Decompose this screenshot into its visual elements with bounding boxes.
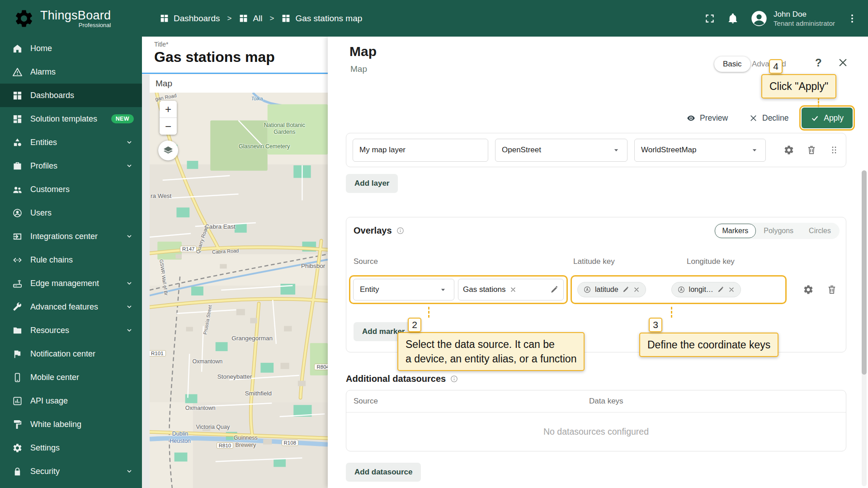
tab-circles[interactable]: Circles (801, 224, 839, 238)
notifications-button[interactable] (727, 13, 739, 24)
entity-alias-value: Gas stations (463, 285, 506, 294)
fullscreen-icon (704, 13, 716, 24)
map-provider-select[interactable]: OpenStreet (495, 139, 627, 162)
brand[interactable]: ThingsBoard Professional (0, 8, 142, 29)
sidebar-item-label: Alarms (30, 67, 56, 77)
marker-settings-icon[interactable] (803, 284, 814, 295)
user-menu[interactable]: John Doe Tenant administrator (750, 9, 835, 28)
edit-key-icon[interactable] (717, 286, 724, 293)
sidebar-item-resources[interactable]: Resources (0, 319, 142, 342)
mode-basic-toggle[interactable]: Basic (714, 56, 750, 72)
overlays-title: Overlays (354, 225, 392, 236)
additional-datasources-title: Additional datasources (346, 374, 446, 384)
source-type-select[interactable]: Entity (353, 279, 454, 300)
sidebar-item-alarms[interactable]: Alarms (0, 60, 142, 84)
map-layers-button[interactable] (158, 141, 178, 160)
thingsboard-logo-icon (14, 8, 34, 29)
source-highlight-box: Entity Gas stations (349, 275, 568, 304)
breadcrumb-separator: > (227, 14, 231, 23)
sidebar-item-notification-center[interactable]: Notification center (0, 342, 142, 366)
column-longitude-key: Longitude key (687, 257, 735, 266)
sidebar-item-integrations-center[interactable]: Integrations center (0, 225, 142, 248)
clear-entity-icon[interactable] (509, 286, 517, 293)
entity-alias-field[interactable]: Gas stations (458, 279, 564, 300)
dashboards-icon (160, 14, 169, 23)
chevron-down-icon (125, 279, 134, 288)
sidebar-item-label: Integrations center (30, 232, 98, 241)
sidebar-item-customers[interactable]: Customers (0, 178, 142, 201)
chevron-down-icon (125, 467, 134, 476)
sidebar-item-profiles[interactable]: Profiles (0, 154, 142, 178)
sidebar-item-label: White labeling (30, 420, 81, 429)
apply-label: Apply (824, 113, 844, 123)
zoom-out-button[interactable]: − (160, 118, 177, 135)
edit-entity-icon[interactable] (550, 285, 559, 294)
tab-markers[interactable]: Markers (715, 224, 756, 238)
sidebar-item-entities[interactable]: Entities (0, 131, 142, 154)
new-badge: NEW (111, 114, 134, 123)
user-role: Tenant administrator (774, 19, 835, 27)
callout-step-3-text: Define the coordinate keys (639, 333, 778, 357)
decline-button[interactable]: Decline (749, 108, 788, 128)
mobile-icon (12, 372, 23, 383)
breadcrumb-item-all[interactable]: All (239, 14, 262, 23)
sidebar-item-dashboards[interactable]: Dashboards (0, 84, 142, 107)
advanced-features-icon (12, 302, 23, 312)
sidebar-item-label: Customers (30, 185, 70, 194)
map-label-botanic-gardens: National Botanic Gardens (262, 122, 307, 136)
attribute-icon (677, 286, 685, 294)
sidebar-item-label: Profiles (30, 161, 57, 171)
dashboards-icon (12, 90, 23, 101)
layer-name-input[interactable]: My map layer (353, 139, 488, 162)
check-icon (811, 114, 819, 122)
close-panel-button[interactable] (837, 56, 849, 70)
sidebar-item-settings[interactable]: Settings (0, 436, 142, 460)
chevron-down-icon (750, 145, 759, 155)
chevron-down-icon (125, 232, 134, 241)
scrollbar-thumb[interactable] (862, 170, 867, 375)
sidebar-item-mobile-center[interactable]: Mobile center (0, 366, 142, 389)
add-datasource-button[interactable]: Add datasource (346, 463, 421, 482)
scrollbar-track[interactable] (862, 170, 867, 486)
tab-polygons[interactable]: Polygons (756, 224, 801, 238)
add-layer-button[interactable]: Add layer (346, 174, 398, 193)
longitude-key-chip[interactable]: longit… (671, 282, 741, 297)
sidebar-item-api-usage[interactable]: API usage (0, 389, 142, 413)
sidebar-item-security[interactable]: Security (0, 460, 142, 483)
delete-marker-icon[interactable] (826, 284, 837, 295)
fullscreen-button[interactable] (704, 13, 716, 24)
sidebar-item-users[interactable]: Users (0, 201, 142, 225)
sidebar-item-edge-management[interactable]: Edge management (0, 272, 142, 295)
preview-button[interactable]: Preview (686, 108, 728, 128)
map-label-cabra-west: ra West (151, 192, 171, 199)
more-menu-button[interactable] (846, 13, 858, 24)
drag-handle-icon[interactable] (829, 145, 840, 155)
info-icon (450, 375, 458, 383)
sidebar-item-white-labeling[interactable]: White labeling (0, 413, 142, 436)
latitude-key-chip[interactable]: latitude (577, 282, 646, 297)
sidebar-item-solution-templates[interactable]: Solution templates NEW (0, 107, 142, 131)
close-icon (837, 56, 849, 69)
delete-layer-icon[interactable] (806, 145, 817, 155)
column-source: Source (354, 397, 378, 406)
apply-button[interactable]: Apply (802, 108, 853, 128)
layer-settings-icon[interactable] (783, 145, 794, 155)
help-button[interactable]: ? (815, 56, 822, 69)
sidebar-item-rule-chains[interactable]: Rule chains (0, 248, 142, 272)
sidebar-item-home[interactable]: Home (0, 37, 142, 60)
map-canvas[interactable]: gan Road Tolka National Botanic Gardens … (150, 93, 328, 488)
remove-key-icon[interactable] (633, 286, 640, 293)
edit-key-icon[interactable] (622, 286, 629, 293)
sidebar-item-label: API usage (30, 396, 68, 406)
dashboard-title-input[interactable]: Gas stations map (154, 49, 328, 66)
layer-type-select[interactable]: WorldStreetMap (634, 139, 766, 162)
sidebar-item-advanced-features[interactable]: Advanced features (0, 295, 142, 319)
breadcrumb-item-current[interactable]: Gas stations map (281, 14, 362, 23)
coordinate-keys-highlight-box: latitude longit… (571, 275, 787, 304)
remove-key-icon[interactable] (728, 286, 735, 293)
breadcrumb-item-dashboards[interactable]: Dashboards (160, 14, 220, 23)
zoom-in-button[interactable]: + (160, 101, 177, 117)
kebab-icon (846, 13, 858, 24)
map-provider-value: OpenStreet (502, 145, 541, 155)
entities-icon (12, 137, 23, 148)
